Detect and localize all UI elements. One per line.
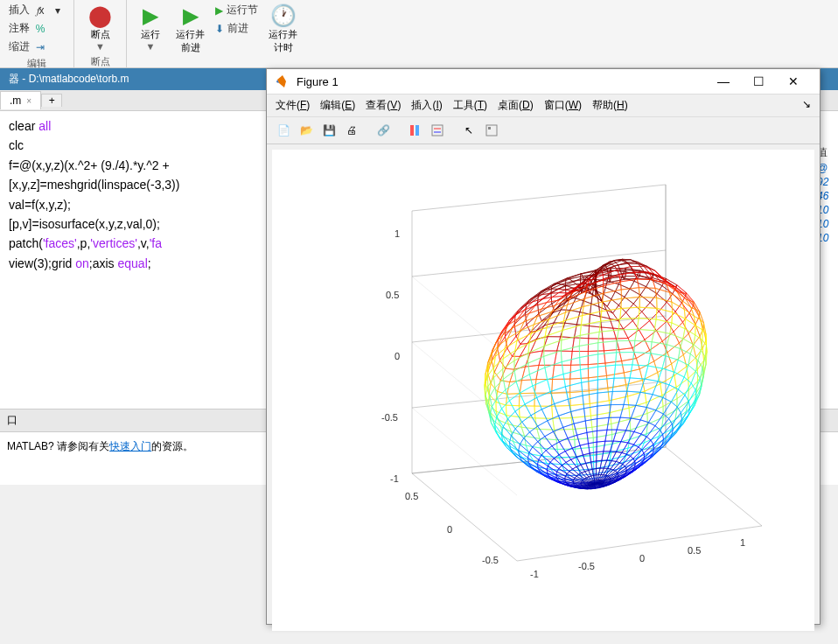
z-tick: 1 bbox=[395, 228, 400, 239]
menu-edit[interactable]: 编辑(E) bbox=[320, 98, 355, 113]
z-tick: -1 bbox=[390, 473, 399, 484]
breakpoint-button[interactable]: ⬤ 断点 ▼ bbox=[81, 2, 119, 53]
properties-icon[interactable] bbox=[482, 121, 501, 140]
ribbon-group-run: ▶ 运行 ▼ ▶ 运行并 前进 ▶ 运行节 ⬇ 前进 🕐 运行并 计时 bbox=[127, 0, 311, 67]
breakpoint-icon: ⬤ bbox=[88, 4, 112, 28]
colorbar-icon[interactable] bbox=[405, 121, 424, 140]
figure-axes[interactable]: 1 0.5 0 -0.5 -1 0.5 0 -0.5 1 0.5 0 -0.5 … bbox=[272, 150, 814, 631]
ribbon-indent[interactable]: 缩进 ⇥ bbox=[7, 38, 66, 55]
z-tick: 0 bbox=[395, 351, 400, 361]
menubar-arrow-icon[interactable]: ↘ bbox=[802, 98, 811, 113]
menu-file[interactable]: 文件(F) bbox=[276, 98, 310, 113]
ribbon-comment[interactable]: 注释 % bbox=[7, 20, 66, 37]
quickstart-link[interactable]: 快速入门 bbox=[109, 440, 151, 452]
svg-rect-6 bbox=[488, 127, 491, 130]
play-advance-icon: ▶ bbox=[183, 4, 199, 28]
menu-insert[interactable]: 插入(I) bbox=[411, 98, 442, 113]
menu-tools[interactable]: 工具(T) bbox=[453, 98, 487, 113]
ribbon-toolbar: 插入 𝑓x ▾ 注释 % 缩进 ⇥ 编辑 ⬤ 断点 ▼ 断点 ▶ 运行 ▼ ▶ … bbox=[0, 0, 838, 68]
cmd-icon: 口 bbox=[7, 413, 17, 428]
play-icon: ▶ bbox=[143, 4, 158, 28]
ribbon-group-edit: 插入 𝑓x ▾ 注释 % 缩进 ⇥ 编辑 bbox=[0, 0, 74, 67]
menu-view[interactable]: 查看(V) bbox=[366, 98, 401, 113]
print-icon[interactable]: 🖨 bbox=[342, 121, 361, 140]
heart-mesh bbox=[456, 237, 736, 535]
advance-button[interactable]: ⬇ 前进 bbox=[213, 20, 260, 37]
run-button[interactable]: ▶ 运行 ▼ bbox=[134, 2, 167, 56]
svg-rect-2 bbox=[432, 125, 443, 136]
save-icon[interactable]: 💾 bbox=[319, 121, 339, 140]
figure-titlebar[interactable]: Figure 1 — ☐ ✕ bbox=[267, 69, 820, 94]
matlab-icon bbox=[276, 74, 290, 88]
file-tab[interactable]: .m × bbox=[0, 91, 41, 109]
y-tick: 0.5 bbox=[405, 491, 418, 501]
x-tick: 0.5 bbox=[688, 545, 701, 556]
ribbon-bp-label: 断点 bbox=[81, 53, 119, 68]
run-time-button[interactable]: 🕐 运行并 计时 bbox=[262, 2, 304, 56]
menu-desktop[interactable]: 桌面(D) bbox=[498, 98, 534, 113]
svg-rect-1 bbox=[416, 125, 419, 136]
y-tick: -0.5 bbox=[482, 555, 499, 565]
figure-menubar: 文件(F) 编辑(E) 查看(V) 插入(I) 工具(T) 桌面(D) 窗口(W… bbox=[267, 94, 820, 117]
pointer-icon[interactable]: ↖ bbox=[459, 121, 478, 140]
tab-label: .m bbox=[10, 94, 21, 107]
run-advance-button[interactable]: ▶ 运行并 前进 bbox=[169, 2, 212, 56]
new-figure-icon[interactable]: 📄 bbox=[274, 121, 293, 140]
figure-title: Figure 1 bbox=[297, 75, 706, 88]
advance-icon: ⬇ bbox=[215, 23, 224, 35]
x-tick: 1 bbox=[740, 537, 745, 548]
run-section-button[interactable]: ▶ 运行节 bbox=[213, 2, 260, 18]
clock-icon: 🕐 bbox=[270, 4, 297, 28]
x-tick: -0.5 bbox=[578, 561, 595, 571]
open-icon[interactable]: 📂 bbox=[297, 121, 316, 140]
close-icon[interactable]: × bbox=[26, 96, 31, 106]
minimize-button[interactable]: — bbox=[706, 74, 741, 88]
cmd-text: MATLAB? 请参阅有关快速入门的资源。 bbox=[7, 440, 193, 452]
z-tick: -0.5 bbox=[381, 412, 398, 423]
chevron-down-icon: ▼ bbox=[95, 41, 105, 52]
maximize-button[interactable]: ☐ bbox=[741, 74, 776, 88]
add-tab-button[interactable]: + bbox=[41, 94, 62, 107]
ribbon-insert[interactable]: 插入 𝑓x ▾ bbox=[7, 2, 66, 18]
close-button[interactable]: ✕ bbox=[776, 74, 811, 88]
figure-toolbar: 📄 📂 💾 🖨 🔗 ↖ bbox=[267, 117, 820, 144]
menu-window[interactable]: 窗口(W) bbox=[544, 98, 582, 113]
ribbon-edit-label: 编辑 bbox=[7, 55, 66, 70]
legend-icon[interactable] bbox=[428, 121, 447, 140]
svg-rect-0 bbox=[410, 125, 414, 136]
z-tick: 0.5 bbox=[386, 290, 399, 300]
figure-window[interactable]: Figure 1 — ☐ ✕ 文件(F) 编辑(E) 查看(V) 插入(I) 工… bbox=[266, 68, 821, 625]
menu-help[interactable]: 帮助(H) bbox=[592, 98, 628, 113]
ribbon-group-bp: ⬤ 断点 ▼ 断点 bbox=[74, 0, 127, 67]
y-tick: 0 bbox=[447, 524, 452, 535]
play-section-icon: ▶ bbox=[215, 4, 223, 17]
svg-rect-5 bbox=[486, 125, 497, 136]
link-icon[interactable]: 🔗 bbox=[374, 121, 393, 140]
fx-icon: 𝑓x bbox=[33, 4, 47, 18]
x-tick: -1 bbox=[530, 569, 539, 579]
x-tick: 0 bbox=[639, 553, 645, 564]
